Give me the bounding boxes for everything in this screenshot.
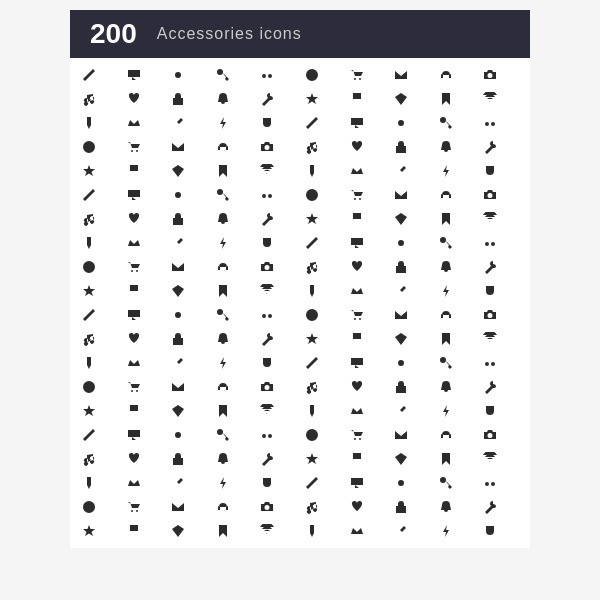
- icon-cell-34: [256, 136, 278, 158]
- icon-cell-49: [479, 160, 501, 182]
- icon-cell-52: [167, 184, 189, 206]
- icon-cell-73: [212, 232, 234, 254]
- icons-grid: [70, 58, 530, 548]
- icon-cell-55: [301, 184, 323, 206]
- icon-cell-21: [123, 112, 145, 134]
- icon-cell-159: [479, 424, 501, 446]
- icon-cell-141: [123, 400, 145, 422]
- icon-cell-165: [301, 448, 323, 470]
- icon-cell-173: [212, 472, 234, 494]
- icon-cell-78: [435, 232, 457, 254]
- icon-cell-76: [346, 232, 368, 254]
- icon-cell-191: [123, 520, 145, 542]
- icon-cell-153: [212, 424, 234, 446]
- icon-cell-32: [167, 136, 189, 158]
- icon-cell-129: [479, 352, 501, 374]
- icon-cell-83: [212, 256, 234, 278]
- icon-cell-5: [301, 64, 323, 86]
- icon-cell-197: [390, 520, 412, 542]
- icon-cell-28: [435, 112, 457, 134]
- icon-cell-117: [390, 328, 412, 350]
- icon-cell-170: [78, 472, 100, 494]
- icon-cell-66: [346, 208, 368, 230]
- icon-cell-81: [123, 256, 145, 278]
- icon-cell-57: [390, 184, 412, 206]
- icon-cell-31: [123, 136, 145, 158]
- icon-cell-68: [435, 208, 457, 230]
- icon-cell-119: [479, 328, 501, 350]
- icon-cell-139: [479, 376, 501, 398]
- icon-cell-53: [212, 184, 234, 206]
- icon-cell-181: [123, 496, 145, 518]
- icon-cell-198: [435, 520, 457, 542]
- icon-cell-182: [167, 496, 189, 518]
- icon-cell-163: [212, 448, 234, 470]
- icon-cell-36: [346, 136, 368, 158]
- icon-cell-132: [167, 376, 189, 398]
- icon-cell-193: [212, 520, 234, 542]
- icon-cell-77: [390, 232, 412, 254]
- icon-cell-13: [212, 88, 234, 110]
- icon-cell-186: [346, 496, 368, 518]
- icon-cell-171: [123, 472, 145, 494]
- icon-cell-94: [256, 280, 278, 302]
- icon-cell-116: [346, 328, 368, 350]
- icon-cell-111: [123, 328, 145, 350]
- icon-cell-196: [346, 520, 368, 542]
- icon-cell-40: [78, 160, 100, 182]
- header-title: Accessories icons: [157, 25, 302, 43]
- header-number: 200: [90, 18, 137, 50]
- icon-cell-106: [346, 304, 368, 326]
- icon-cell-14: [256, 88, 278, 110]
- icon-cell-99: [479, 280, 501, 302]
- icon-cell-107: [390, 304, 412, 326]
- icon-cell-90: [78, 280, 100, 302]
- icon-cell-87: [390, 256, 412, 278]
- icon-cell-161: [123, 448, 145, 470]
- icon-cell-109: [479, 304, 501, 326]
- icon-cell-33: [212, 136, 234, 158]
- icon-cell-128: [435, 352, 457, 374]
- icon-cell-51: [123, 184, 145, 206]
- icon-cell-43: [212, 160, 234, 182]
- icon-cell-174: [256, 472, 278, 494]
- icon-cell-124: [256, 352, 278, 374]
- icon-cell-176: [346, 472, 368, 494]
- icon-cell-151: [123, 424, 145, 446]
- icon-cell-175: [301, 472, 323, 494]
- icon-cell-121: [123, 352, 145, 374]
- icon-cell-164: [256, 448, 278, 470]
- icon-cell-26: [346, 112, 368, 134]
- icon-cell-1: [123, 64, 145, 86]
- icon-cell-63: [212, 208, 234, 230]
- icon-cell-69: [479, 208, 501, 230]
- icon-cell-147: [390, 400, 412, 422]
- header: 200 Accessories icons: [70, 10, 530, 58]
- icon-cell-24: [256, 112, 278, 134]
- icon-cell-6: [346, 64, 368, 86]
- icon-cell-60: [78, 208, 100, 230]
- icon-cell-88: [435, 256, 457, 278]
- icon-cell-146: [346, 400, 368, 422]
- icon-cell-58: [435, 184, 457, 206]
- icon-cell-140: [78, 400, 100, 422]
- icon-cell-189: [479, 496, 501, 518]
- page-container: 200 Accessories icons: [70, 10, 530, 548]
- icon-cell-64: [256, 208, 278, 230]
- icon-cell-59: [479, 184, 501, 206]
- icon-cell-138: [435, 376, 457, 398]
- icon-cell-41: [123, 160, 145, 182]
- icon-cell-131: [123, 376, 145, 398]
- icon-cell-29: [479, 112, 501, 134]
- icon-cell-12: [167, 88, 189, 110]
- icon-cell-135: [301, 376, 323, 398]
- icon-cell-39: [479, 136, 501, 158]
- icon-cell-70: [78, 232, 100, 254]
- icon-cell-91: [123, 280, 145, 302]
- icon-cell-187: [390, 496, 412, 518]
- icon-cell-156: [346, 424, 368, 446]
- icon-cell-80: [78, 256, 100, 278]
- icon-cell-22: [167, 112, 189, 134]
- icon-cell-166: [346, 448, 368, 470]
- icon-cell-113: [212, 328, 234, 350]
